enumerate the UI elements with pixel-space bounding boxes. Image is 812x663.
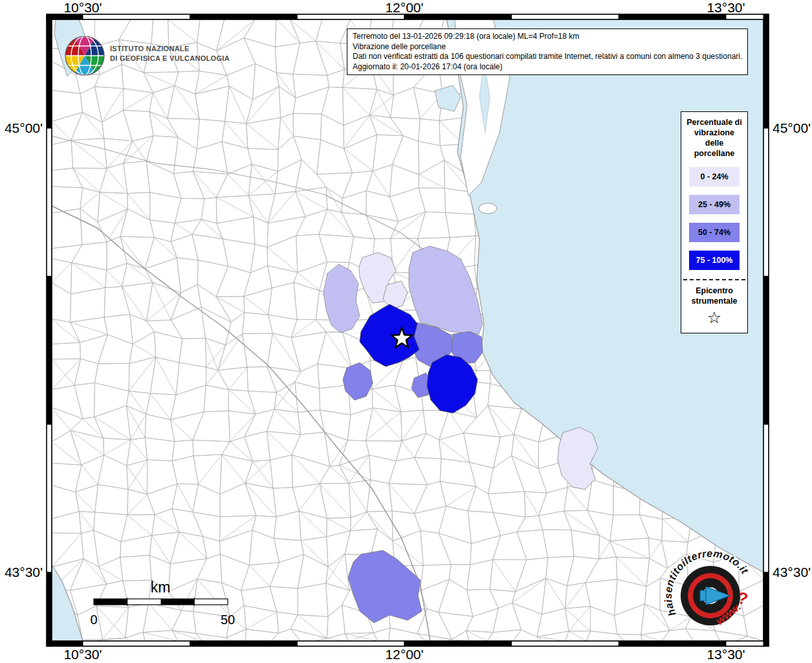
axis-label-bottom-center: 12°00' bbox=[385, 647, 423, 662]
axis-label-right-4330: 43°30' bbox=[773, 565, 811, 579]
info-line-event: Terremoto del 13-01-2026 09:29:18 (ora l… bbox=[353, 32, 742, 42]
watermark-speaker-body bbox=[700, 590, 706, 601]
axis-label-top-center: 12°00' bbox=[385, 0, 423, 15]
axis-label-left-4330: 43°30' bbox=[5, 565, 43, 579]
earthquake-intensity-map-page: ISTITUTO NAZIONALE DI GEOFISICA E VULCAN… bbox=[0, 0, 812, 663]
legend-title: Percentuale di vibrazione delle porcella… bbox=[685, 117, 744, 159]
axis-label-top-left: 10°30' bbox=[63, 0, 102, 15]
ingv-name-line1: ISTITUTO NAZIONALE bbox=[110, 45, 190, 52]
legend-divider bbox=[683, 279, 745, 280]
axis-label-top-right: 13°30' bbox=[707, 0, 745, 15]
scale-bar-start-label: 0 bbox=[90, 612, 97, 627]
legend-swatch-75-100: 75 - 100% bbox=[689, 251, 740, 270]
coastal-island bbox=[479, 203, 497, 214]
info-line-source: Dati non verificati estratti da 106 ques… bbox=[353, 52, 742, 62]
axis-label-bottom-right: 13°30' bbox=[707, 647, 745, 662]
scale-bar-unit-label: km bbox=[151, 579, 171, 596]
axis-label-bottom-left: 10°30' bbox=[63, 647, 102, 662]
legend-swatch-label: 0 - 24% bbox=[700, 172, 728, 181]
info-line-updated: Aggiornato il: 20-01-2026 17:04 (ora loc… bbox=[353, 62, 742, 73]
legend-star-icon: ☆ bbox=[681, 308, 747, 326]
legend-swatch-25-49: 25 - 49% bbox=[689, 195, 740, 214]
legend-swatch-50-74: 50 - 74% bbox=[689, 223, 740, 242]
legend-box: Percentuale di vibrazione delle porcella… bbox=[681, 111, 748, 333]
scale-bar-end-label: 50 bbox=[221, 612, 235, 627]
earthquake-info-box: Terremoto del 13-01-2026 09:29:18 (ora l… bbox=[347, 28, 748, 75]
info-line-effect: Vibrazione delle porcellane bbox=[353, 42, 742, 52]
legend-epicenter-label: Epicentro strumentale bbox=[684, 286, 745, 306]
legend-swatch-label: 75 - 100% bbox=[696, 256, 733, 265]
legend-swatch-label: 25 - 49% bbox=[698, 200, 730, 209]
scale-bar-segment bbox=[94, 599, 127, 605]
axis-label-right-45: 45°00' bbox=[773, 120, 811, 135]
axis-label-left-45: 45°00' bbox=[5, 120, 43, 135]
legend-swatch-0-24: 0 - 24% bbox=[689, 167, 740, 186]
ingv-name-line2: DI GEOFISICA E VULCANOLOGIA bbox=[110, 54, 230, 62]
legend-swatch-label: 50 - 74% bbox=[698, 228, 730, 237]
scale-bar-segment bbox=[161, 599, 195, 605]
